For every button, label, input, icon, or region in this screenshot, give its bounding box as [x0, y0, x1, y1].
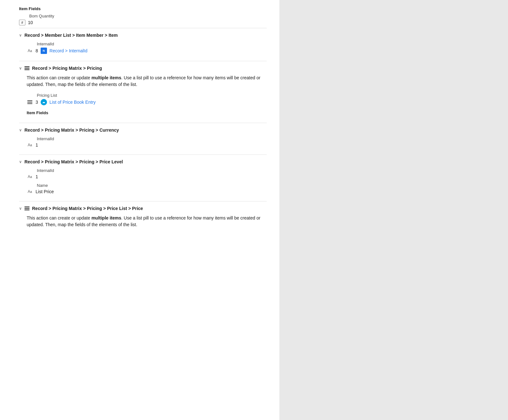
pricing-list-pill[interactable]: List of Price Book Entry	[50, 100, 96, 105]
svg-rect-5	[27, 103, 32, 104]
text-type-icon-4: Aa	[27, 189, 33, 194]
name-row-1: Aa List Price	[27, 189, 267, 194]
pricing-list-label: Pricing List	[27, 93, 267, 98]
main-content: Item Fields Bom Quantity # 10 ∨ Record >…	[0, 0, 279, 420]
chevron-pricing-currency-icon[interactable]: ∨	[19, 128, 22, 132]
internal-id-pill-1[interactable]: Record > InternalId	[50, 48, 87, 53]
chevron-member-list-icon[interactable]: ∨	[19, 33, 22, 37]
name-label-1: Name	[27, 183, 267, 188]
item-fields-block-top: Item Fields Bom Quantity # 10	[19, 6, 267, 25]
price-list-price-info: This action can create or update multipl…	[27, 215, 267, 228]
section-pricing-matrix-title: Record > Pricing Matrix > Pricing	[32, 66, 102, 71]
name-value-1: List Price	[36, 189, 54, 194]
section-pricing-currency-content: InternalId Aa 1	[19, 136, 267, 152]
internal-id-value-3: 1	[36, 174, 38, 179]
svg-rect-8	[24, 210, 30, 211]
section-pricing-matrix: ∨ Record > Pricing Matrix > Pricing	[19, 61, 267, 75]
svg-rect-2	[24, 69, 30, 70]
text-type-icon-2: Aa	[27, 143, 33, 147]
internal-id-value-1: 8	[36, 48, 38, 53]
bom-quantity-label: Bom Quantity	[19, 14, 267, 18]
svg-rect-3	[27, 100, 32, 101]
text-type-icon-1: Aa	[27, 49, 33, 53]
stack-pricing-matrix-icon	[24, 66, 30, 71]
pricing-list-value: 3	[36, 100, 38, 105]
bom-quantity-value: 10	[28, 20, 33, 25]
section-pricing-matrix-content: This action can create or update multipl…	[19, 75, 267, 120]
internal-id-value-2: 1	[36, 142, 38, 148]
section-price-list-price: ∨ Record > Pricing Matrix > Pricing > Pr…	[19, 201, 267, 215]
salesforce-icon-1: ☁	[41, 99, 47, 105]
svg-rect-0	[24, 66, 30, 67]
internal-id-row-2: Aa 1	[27, 142, 267, 148]
internal-id-label-3: InternalId	[27, 168, 267, 173]
internal-id-row-1: Aa 8 N Record > InternalId	[27, 48, 267, 54]
svg-rect-6	[24, 207, 30, 207]
chevron-price-list-price-icon[interactable]: ∨	[19, 206, 22, 211]
bom-quantity-row: # 10	[19, 20, 267, 25]
item-fields-heading: Item Fields	[19, 6, 267, 11]
section-pricing-price-level: ∨ Record > Pricing Matrix > Pricing > Pr…	[19, 154, 267, 168]
pricing-list-row: 3 ☁ List of Price Book Entry	[27, 99, 267, 105]
section-member-list: ∨ Record > Member List > Item Member > I…	[19, 28, 267, 42]
chevron-price-level-icon[interactable]: ∨	[19, 160, 22, 164]
stack-price-list-price-icon	[24, 206, 30, 211]
pricing-matrix-info: This action can create or update multipl…	[27, 75, 267, 88]
text-type-icon-3: Aa	[27, 174, 33, 179]
section-pricing-currency: ∨ Record > Pricing Matrix > Pricing > Cu…	[19, 123, 267, 136]
stack-type-icon	[27, 100, 33, 105]
svg-rect-7	[24, 208, 30, 209]
internal-id-row-3: Aa 1	[27, 174, 267, 179]
item-fields-heading-2: Item Fields	[27, 110, 267, 115]
svg-rect-1	[24, 68, 30, 69]
netsuite-icon-1: N	[41, 48, 47, 54]
section-pricing-currency-title: Record > Pricing Matrix > Pricing > Curr…	[24, 128, 119, 133]
section-member-list-title: Record > Member List > Item Member > Ite…	[24, 33, 118, 38]
svg-rect-4	[27, 102, 32, 103]
section-price-list-price-content: This action can create or update multipl…	[19, 215, 267, 236]
hash-icon: #	[19, 20, 25, 25]
chevron-pricing-matrix-icon[interactable]: ∨	[19, 66, 22, 70]
internal-id-label-2: InternalId	[27, 136, 267, 141]
section-price-level-content: InternalId Aa 1 Name Aa List Price	[19, 168, 267, 199]
section-price-level-title: Record > Pricing Matrix > Pricing > Pric…	[24, 159, 123, 164]
internal-id-label-1: InternalId	[27, 42, 267, 46]
right-panel	[279, 0, 508, 420]
section-member-list-content: InternalId Aa 8 N Record > InternalId	[19, 42, 267, 58]
section-price-list-price-title: Record > Pricing Matrix > Pricing > Pric…	[32, 206, 143, 211]
